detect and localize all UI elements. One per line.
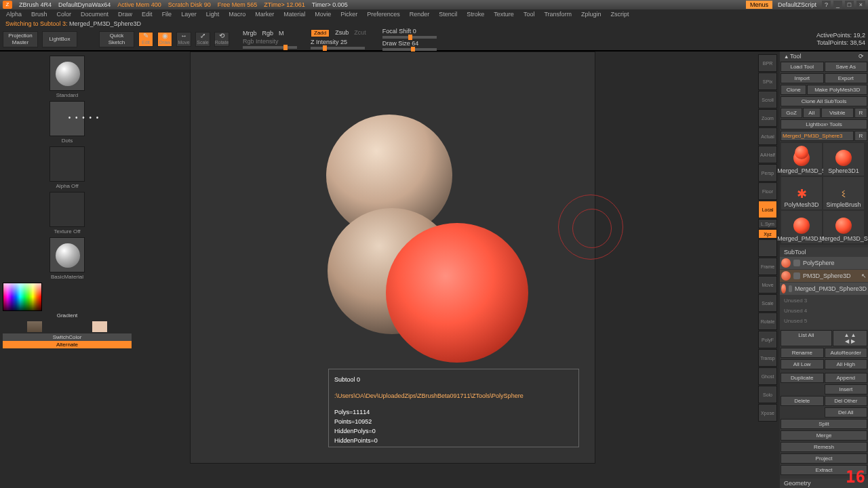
menu-tool[interactable]: Tool	[520, 11, 538, 18]
rgb-toggle[interactable]: Rgb	[262, 30, 274, 37]
bpr-button[interactable]: BPR	[758, 54, 777, 72]
local-button[interactable]: Local	[758, 201, 777, 218]
subtool-row[interactable]: PM3D_Sphere3D↖	[780, 270, 868, 282]
menu-edit[interactable]: Edit	[138, 11, 156, 18]
menu-preferences[interactable]: Preferences	[363, 11, 403, 18]
menu-color[interactable]: Color	[54, 11, 75, 18]
list-all-button[interactable]: List All	[781, 330, 832, 346]
lightbox-tools-button[interactable]: Lightbox› Tools	[781, 119, 867, 129]
persp-button[interactable]: Persp	[758, 164, 777, 182]
delete-button[interactable]: Delete	[781, 396, 824, 406]
floor-button[interactable]: Floor	[758, 182, 777, 200]
help-button[interactable]: ?	[822, 1, 831, 9]
menu-alpha[interactable]: Alpha	[3, 11, 25, 18]
goz-all-button[interactable]: All	[803, 108, 821, 118]
color-picker[interactable]	[3, 283, 42, 311]
transp-button[interactable]: Transp	[758, 349, 777, 367]
merge-header[interactable]: Merge	[781, 430, 867, 441]
scroll-button[interactable]: Scroll	[758, 91, 777, 108]
gradient-label[interactable]: Gradient	[3, 312, 132, 319]
lightbox-button[interactable]: LightBox	[42, 31, 77, 47]
brush-thumb[interactable]	[50, 56, 85, 91]
scale-button[interactable]: ⤢Scale	[195, 32, 210, 47]
eye-icon[interactable]	[793, 272, 800, 279]
clone-button[interactable]: Clone	[781, 85, 806, 95]
tool-r-button[interactable]: R	[854, 131, 867, 141]
menu-render[interactable]: Render	[406, 11, 433, 18]
all-low-button[interactable]: All Low	[781, 359, 824, 369]
goz-button[interactable]: GoZ	[781, 108, 802, 118]
load-tool-button[interactable]: Load Tool	[781, 62, 824, 72]
zadd-toggle[interactable]: Zadd	[311, 29, 330, 37]
draw-size-slider[interactable]	[382, 48, 437, 51]
zscript-label[interactable]: DefaultZScript	[778, 1, 816, 8]
clone-all-subtools-button[interactable]: Clone All SubTools	[781, 96, 867, 106]
aahalf-button[interactable]: AAHalf	[758, 146, 777, 163]
lock-button[interactable]	[758, 239, 777, 257]
spix-button[interactable]: SPix	[758, 73, 777, 90]
tool-thumb-2[interactable]: ✱PolyMesh3D	[781, 177, 822, 209]
edit-button[interactable]: ✎Edit	[138, 32, 153, 47]
goz-r-button[interactable]: R	[854, 108, 867, 118]
alpha-thumb[interactable]	[50, 146, 85, 182]
split-header[interactable]: Split	[781, 419, 867, 429]
rename-button[interactable]: Rename	[781, 348, 824, 358]
subtool-row[interactable]: PolySphere	[780, 257, 868, 269]
subtool-header[interactable]: SubTool	[780, 247, 868, 257]
menu-light[interactable]: Light	[203, 11, 223, 18]
zsub-toggle[interactable]: Zsub	[335, 29, 349, 37]
focal-shift-slider[interactable]	[382, 36, 437, 39]
menu-zplugin[interactable]: Zplugin	[578, 11, 605, 18]
zcut-toggle[interactable]: Zcut	[354, 29, 366, 37]
eye-icon[interactable]	[789, 285, 792, 292]
ghost-button[interactable]: Ghost	[758, 367, 777, 385]
append-button[interactable]: Append	[825, 373, 868, 383]
move-nav-button[interactable]: Move	[758, 276, 777, 293]
subtool-row[interactable]: Merged_PM3D_Sphere3D	[780, 283, 868, 295]
mrgb-toggle[interactable]: Mrgb	[243, 30, 257, 37]
texture-thumb[interactable]	[50, 192, 85, 227]
project-header[interactable]: Project	[781, 453, 867, 464]
z-intensity-slider[interactable]	[311, 47, 365, 49]
tool-thumb-3[interactable]: ଽSimpleBrush	[823, 177, 864, 209]
minimize-button[interactable]: _	[833, 1, 842, 9]
rgb-intensity-slider[interactable]	[243, 46, 297, 49]
tool-thumb-4[interactable]: Merged_PM3D_S	[781, 211, 822, 243]
arrow-buttons[interactable]: ▲ ▲◀ ▶	[833, 330, 867, 346]
main-color-swatch[interactable]	[27, 321, 42, 332]
polyf-button[interactable]: PolyF	[758, 331, 777, 348]
duplicate-button[interactable]: Duplicate	[781, 373, 824, 383]
remesh-header[interactable]: Remesh	[781, 442, 867, 452]
all-high-button[interactable]: All High	[825, 359, 868, 369]
tool-thumb-5[interactable]: Merged_PM3D_S	[823, 211, 864, 243]
zoom-button[interactable]: Zoom	[758, 109, 777, 127]
xpose-button[interactable]: Xpose	[758, 404, 777, 422]
scale-nav-button[interactable]: Scale	[758, 294, 777, 312]
menu-file[interactable]: File	[159, 11, 176, 18]
menu-transform[interactable]: Transform	[540, 11, 575, 18]
secondary-color-swatch[interactable]	[92, 321, 107, 332]
stroke-thumb[interactable]	[50, 101, 85, 136]
menu-movie[interactable]: Movie	[311, 11, 334, 18]
lsym-button[interactable]: L.Sym	[758, 219, 777, 228]
xyz-button[interactable]: Xyz	[758, 229, 777, 239]
rotate-button[interactable]: ⟲Rotate	[214, 32, 229, 47]
switchcolor-button[interactable]: SwitchColor	[3, 333, 132, 341]
alternate-button[interactable]: Alternate	[3, 341, 132, 348]
export-button[interactable]: Export	[825, 73, 868, 83]
tool-thumb-1[interactable]: Sphere3D1	[823, 143, 864, 176]
menu-document[interactable]: Document	[77, 11, 112, 18]
rotate-nav-button[interactable]: Rotate	[758, 312, 777, 330]
close-button[interactable]: ×	[856, 1, 865, 9]
import-button[interactable]: Import	[781, 73, 824, 83]
menu-stroke[interactable]: Stroke	[463, 11, 488, 18]
tool-header[interactable]: ▸Tool⟳	[780, 52, 868, 61]
actual-button[interactable]: Actual	[758, 127, 777, 145]
move-button[interactable]: ↔Move	[176, 32, 191, 47]
projection-master-button[interactable]: Projection Master	[3, 31, 38, 47]
autoreorder-button[interactable]: AutoReorder	[825, 348, 868, 358]
menu-stencil[interactable]: Stencil	[435, 11, 460, 18]
material-thumb[interactable]	[50, 237, 85, 272]
tool-thumb-0[interactable]: Merged_PM3D_S	[781, 143, 822, 176]
menu-marker[interactable]: Marker	[252, 11, 277, 18]
